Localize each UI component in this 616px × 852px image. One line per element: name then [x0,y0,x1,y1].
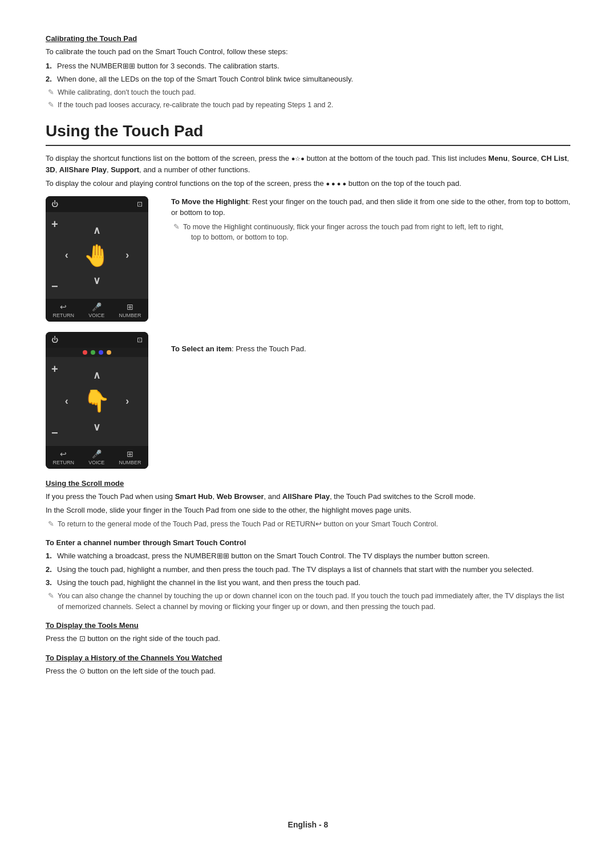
return-icon: ↩ [60,302,67,311]
tc-grid-1: + ∧ ‹ 🤚 › − ∨ [46,212,148,299]
tc-minus: − [51,280,58,293]
page-title: Using the Touch Pad [46,122,570,146]
dot-blue [99,350,103,355]
number-icon: ⊞ [127,302,133,311]
tc-top-bar-1: ⏻ ⊡ [46,196,148,212]
voice-icon: 🎤 [92,302,102,311]
tc-left-arrow: ‹ [65,249,68,261]
note-icon-5: ✎ [48,591,54,600]
calibrating-step-1: 1.Press the NUMBER⊞⊞ button for 3 second… [46,60,570,72]
tools-menu-section: To Display the Tools Menu Press the ⊡ bu… [46,621,570,644]
tc-color-dots [46,348,148,357]
tc-number-btn: ⊞ NUMBER [119,302,141,318]
footer-text: English - 8 [288,820,329,829]
tc-bottom-bar-2: ↩ RETURN 🎤 VOICE ⊞ NUMBER [46,446,148,469]
tools-menu-heading: To Display the Tools Menu [46,621,570,630]
touch-control-device-2: ⏻ ⊡ + ∧ ‹ 👇 › − ∨ [46,332,148,469]
tc-bottom-bar-1: ↩ RETURN 🎤 VOICE ⊞ NUMBER [46,299,148,322]
move-note-text: To move the Highlight continuously, flic… [183,222,504,244]
calibrating-intro: To calibrate the touch pad on the Smart … [46,46,570,58]
tc-hand-center-1: 🤚 [83,243,110,268]
tc-power-icon: ⏻ [51,200,58,208]
dot-green [91,350,95,355]
tc-voice-btn-2: 🎤 VOICE [88,449,104,465]
hand-press-icon: 👇 [83,388,110,413]
note-icon-3: ✎ [173,222,180,231]
channel-step-2: 2.Using the touch pad, highlight a numbe… [46,564,570,575]
channel-note-text: You can also change the channel by touch… [58,591,570,612]
return-icon-2: ↩ [60,449,67,459]
touch-select-section: ⏻ ⊡ + ∧ ‹ 👇 › − ∨ [46,332,570,469]
tc-right-arrow: › [125,249,129,261]
channel-note: ✎ You can also change the channel by tou… [46,591,570,612]
calibrating-heading: Calibrating the Touch Pad [46,34,570,43]
tc-plus-2: + [51,363,58,376]
move-highlight-para: To Move the Highlight: Rest your finger … [171,196,570,218]
calibrating-section: Calibrating the Touch Pad To calibrate t… [46,34,570,111]
dot-red [83,350,87,355]
tc-left-arrow-2: ‹ [65,395,68,407]
note-icon-4: ✎ [48,520,54,528]
tc-hand-center-2: 👇 [83,388,110,413]
history-text: Press the ⊙ button on the left side of t… [46,666,570,677]
tc-minus-2: − [51,427,58,440]
touch-pad-intro-1: To display the shortcut functions list o… [46,153,570,175]
scroll-mode-para2: In the Scroll mode, slide your finger in… [46,505,570,516]
tc-top-bar-2: ⏻ ⊡ [46,332,148,348]
tc-plus: + [51,218,58,231]
tc-up-arrow-2: ∧ [93,369,100,382]
select-item-text: : Press the Touch Pad. [232,344,306,353]
channel-step-3: 3.Using the touch pad, highlight the cha… [46,577,570,589]
touch-control-device-1: ⏻ ⊡ + ∧ ‹ 🤚 › − [46,196,148,322]
channel-number-heading: To Enter a channel number through Smart … [46,538,570,547]
touch-image-2: ⏻ ⊡ + ∧ ‹ 👇 › − ∨ [46,332,160,469]
tc-menu-icon: ⊡ [137,200,143,208]
scroll-mode-heading: Using the Scroll mode [46,479,570,488]
tc-return-btn-2: ↩ RETURN [53,449,75,465]
select-item-para: To Select an item: Press the Touch Pad. [171,343,570,355]
tc-menu-icon-2: ⊡ [137,336,143,344]
touch-select-text: To Select an item: Press the Touch Pad. [171,332,570,469]
tc-voice-btn: 🎤 VOICE [88,302,104,318]
tc-return-btn: ↩ RETURN [53,302,75,318]
scroll-mode-note-text: To return to the general mode of the Tou… [58,519,438,530]
calibrating-note-1: ✎ While calibrating, don't touch the tou… [46,87,570,98]
calibrating-note-2: ✎ If the touch pad looses accuracy, re-c… [46,100,570,111]
channel-number-section: To Enter a channel number through Smart … [46,538,570,612]
tc-up-arrow: ∧ [93,224,100,237]
move-note-row: ✎ To move the Highlight continuously, fl… [171,222,570,244]
tools-menu-text: Press the ⊡ button on the right side of … [46,633,570,644]
select-item-heading: To Select an item [171,344,232,353]
touch-pad-intro-2: To display the colour and playing contro… [46,178,570,189]
channel-number-steps: 1.While watching a broadcast, press the … [46,550,570,589]
number-icon-2: ⊞ [127,449,133,459]
note-icon-1: ✎ [48,88,54,96]
scroll-mode-para1: If you press the Touch Pad when using Sm… [46,491,570,502]
touch-move-text: To Move the Highlight: Rest your finger … [171,196,570,322]
hand-swipe-icon: 🤚 [83,243,110,268]
page-footer: English - 8 [0,820,616,829]
tc-down-arrow-2: ∨ [93,421,100,433]
tc-down-arrow: ∨ [93,274,100,287]
note-icon-2: ✎ [48,100,54,109]
voice-icon-2: 🎤 [92,449,102,459]
touch-image-1: ⏻ ⊡ + ∧ ‹ 🤚 › − [46,196,160,322]
history-heading: To Display a History of the Channels You… [46,654,570,662]
history-section: To Display a History of the Channels You… [46,654,570,677]
scroll-mode-section: Using the Scroll mode If you press the T… [46,479,570,530]
move-highlight-heading: To Move the Highlight [171,197,248,206]
channel-step-1: 1.While watching a broadcast, press the … [46,550,570,562]
calibrating-step-2: 2.When done, all the LEDs on the top of … [46,74,570,85]
tc-power-icon-2: ⏻ [51,336,58,344]
scroll-mode-note: ✎ To return to the general mode of the T… [46,519,570,530]
dot-yellow [107,350,111,355]
tc-grid-2: + ∧ ‹ 👇 › − ∨ [46,357,148,446]
tc-number-btn-2: ⊞ NUMBER [119,449,141,465]
touch-move-section: ⏻ ⊡ + ∧ ‹ 🤚 › − [46,196,570,322]
tc-right-arrow-2: › [125,395,129,407]
calibrating-steps: 1.Press the NUMBER⊞⊞ button for 3 second… [46,60,570,85]
